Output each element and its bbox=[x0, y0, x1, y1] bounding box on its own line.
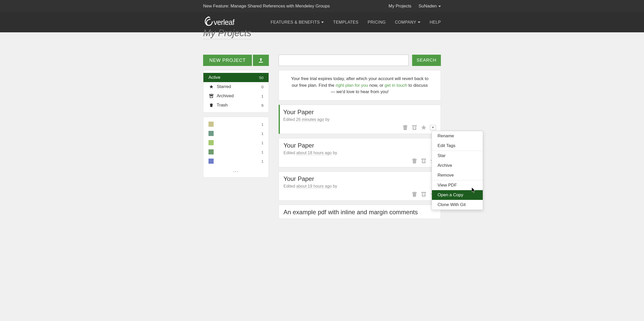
tag-row[interactable]: 1 bbox=[203, 120, 269, 129]
tags-box: 11111... bbox=[203, 117, 269, 178]
filter-count: 9 bbox=[261, 103, 263, 108]
upload-icon bbox=[258, 57, 264, 63]
nav-help[interactable]: HELP bbox=[430, 20, 441, 25]
overleaf-logo[interactable]: verleaf bbox=[203, 16, 247, 28]
filter-count: 1 bbox=[261, 94, 263, 98]
archived-icon bbox=[209, 94, 214, 98]
project-card[interactable]: Your PaperEdited 26 minutes ago by bbox=[279, 105, 441, 134]
dropdown-star[interactable]: Star bbox=[432, 151, 483, 161]
filter-box: Active50Starred0Archived1Trash9 bbox=[203, 70, 269, 113]
tag-count: 1 bbox=[261, 122, 263, 127]
announcement-text[interactable]: New Feature: Manage Shared References wi… bbox=[203, 4, 330, 9]
tag-row[interactable]: 1 bbox=[203, 147, 269, 157]
dropdown-rename[interactable]: Rename bbox=[432, 131, 483, 141]
search-button[interactable]: SEARCH bbox=[412, 55, 441, 66]
tag-row[interactable]: 1 bbox=[203, 157, 269, 166]
project-title: Your Paper bbox=[283, 175, 436, 182]
tag-count: 1 bbox=[261, 150, 263, 154]
search-input[interactable] bbox=[279, 55, 409, 66]
project-card[interactable]: Your PaperEdited about 18 hours ago by bbox=[279, 138, 441, 167]
project-card[interactable]: Your PaperEdited about 19 hours ago by bbox=[279, 171, 441, 201]
star-icon[interactable] bbox=[421, 124, 427, 131]
project-title: An example pdf with inline and margin co… bbox=[283, 209, 436, 216]
project-more-button[interactable] bbox=[430, 125, 436, 130]
project-meta: Edited about 19 hours ago by bbox=[283, 184, 436, 189]
filter-label: Trash bbox=[217, 103, 261, 108]
tag-row[interactable]: 1 bbox=[203, 138, 269, 147]
tag-count: 1 bbox=[261, 141, 263, 145]
user-menu[interactable]: SuNaden bbox=[419, 4, 441, 9]
new-project-button[interactable]: NEW PROJECT bbox=[203, 55, 252, 66]
nav-company[interactable]: COMPANY bbox=[395, 20, 420, 25]
archive-icon[interactable] bbox=[411, 124, 418, 131]
caret-down-icon bbox=[418, 22, 420, 23]
tag-count: 1 bbox=[261, 159, 263, 163]
leaf-logo-icon: verleaf bbox=[203, 16, 247, 28]
svg-text:verleaf: verleaf bbox=[214, 18, 235, 26]
starred-icon bbox=[209, 84, 214, 89]
filter-count: 0 bbox=[261, 85, 263, 89]
archive-icon[interactable] bbox=[421, 158, 427, 164]
main-nav: verleaf FEATURES & BENEFITS TEMPLATES PR… bbox=[0, 12, 644, 32]
trash-icon[interactable] bbox=[402, 124, 408, 131]
upload-button[interactable] bbox=[253, 55, 269, 66]
notice-text: now, or bbox=[368, 83, 385, 88]
project-meta: Edited about 18 hours ago by bbox=[283, 151, 436, 155]
sidebar-filter-active[interactable]: Active50 bbox=[203, 73, 269, 82]
edited-time: about 19 hours ago bbox=[296, 184, 332, 189]
tag-color-swatch bbox=[209, 131, 214, 136]
dropdown-view-pdf[interactable]: View PDF bbox=[432, 180, 483, 190]
trash-icon[interactable] bbox=[411, 158, 418, 164]
dropdown-open-copy[interactable]: Open a Copy bbox=[432, 190, 483, 200]
project-title: Your Paper bbox=[283, 142, 436, 149]
tag-color-swatch bbox=[209, 149, 214, 154]
nav-pricing[interactable]: PRICING bbox=[368, 20, 386, 25]
tag-color-swatch bbox=[209, 140, 214, 145]
sidebar-filter-starred[interactable]: Starred0 bbox=[203, 82, 269, 91]
archive-icon[interactable] bbox=[421, 191, 427, 197]
nav-templates[interactable]: TEMPLATES bbox=[333, 20, 358, 25]
dropdown-clone-git[interactable]: Clone With Git bbox=[432, 200, 483, 210]
filter-count: 50 bbox=[259, 75, 263, 80]
sidebar-filter-trash[interactable]: Trash9 bbox=[203, 101, 269, 110]
edited-time: 26 minutes ago bbox=[296, 117, 324, 122]
edited-time: about 18 hours ago bbox=[296, 151, 332, 155]
tag-row[interactable]: 1 bbox=[203, 129, 269, 138]
my-projects-link[interactable]: My Projects bbox=[389, 4, 411, 9]
page-title: My Projects bbox=[203, 28, 251, 39]
caret-down-icon bbox=[438, 6, 441, 7]
filter-label: Archived bbox=[217, 93, 261, 99]
tag-count: 1 bbox=[261, 131, 263, 136]
caret-down-icon bbox=[432, 127, 434, 128]
more-tags[interactable]: ... bbox=[203, 166, 269, 175]
tag-color-swatch bbox=[209, 159, 214, 164]
filter-label: Active bbox=[209, 75, 259, 80]
caret-down-icon bbox=[321, 22, 324, 23]
dropdown-edit-tags[interactable]: Edit Tags bbox=[432, 141, 483, 151]
announcement-bar: New Feature: Manage Shared References wi… bbox=[0, 0, 644, 12]
project-title: Your Paper bbox=[283, 109, 436, 116]
trial-notice: Your free trial expires today, after whi… bbox=[279, 70, 441, 101]
get-in-touch-link[interactable]: get in touch bbox=[385, 83, 407, 88]
project-card[interactable]: An example pdf with inline and margin co… bbox=[279, 205, 441, 219]
tag-color-swatch bbox=[209, 122, 214, 127]
nav-features[interactable]: FEATURES & BENEFITS bbox=[271, 20, 324, 25]
trash-icon[interactable] bbox=[411, 191, 418, 197]
project-meta: Edited 26 minutes ago by bbox=[283, 117, 436, 122]
sidebar-filter-archived[interactable]: Archived1 bbox=[203, 91, 269, 101]
filter-label: Starred bbox=[217, 84, 261, 89]
dropdown-archive[interactable]: Archive bbox=[432, 161, 483, 170]
dropdown-remove[interactable]: Remove bbox=[432, 170, 483, 180]
username-label: SuNaden bbox=[419, 4, 437, 8]
project-actions-dropdown: Rename Edit Tags Star Archive Remove Vie… bbox=[432, 131, 483, 210]
trash-icon bbox=[209, 103, 214, 108]
right-plan-link[interactable]: right plan for you bbox=[336, 83, 368, 88]
